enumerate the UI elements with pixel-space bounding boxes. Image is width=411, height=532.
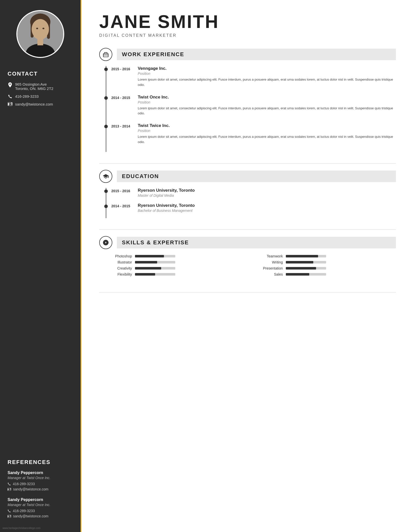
skill-teamwork: Teamwork [260,254,396,258]
contact-title: CONTACT [8,71,73,77]
divider-1 [99,163,396,163]
work-item-1: 2015 - 2016 Venngage Inc. Position Lorem… [106,66,396,95]
edu-school-1: Ryerson University, Toronto [138,188,396,193]
skill-sales-label: Sales [260,272,283,276]
skill-creativity-bar-fill [135,267,161,270]
contact-section: CONTACT 965 Ossington Ave Toronto, ON. M… [8,71,73,110]
work-position-1: Position [138,72,396,76]
edu-date-2: 2014 - 2015 [106,203,134,213]
header-section: JANE SMITH DIGITAL CONTENT MARKETER [99,13,396,38]
location-icon [8,82,13,87]
candidate-name: JANE SMITH [99,13,396,31]
skills-grid: Photoshop Illustrator Creativity [109,254,396,278]
skill-presentation: Presentation [260,266,396,270]
education-header: EDUCATION [99,170,396,183]
skill-presentation-label: Presentation [260,266,283,270]
skill-creativity: Creativity [109,266,245,270]
skill-writing-bar-fill [286,261,313,263]
skills-left-col: Photoshop Illustrator Creativity [109,254,245,278]
reference-1-email: sandy@twistonce.com [8,487,73,491]
svg-point-5 [32,19,49,39]
references-section: REFERENCES Sandy Peppercorn Manager at T… [8,459,73,524]
education-title: EDUCATION [122,173,391,180]
work-desc-1: Lorem ipsum dolor sit amet, consectetur … [138,77,396,88]
references-title: REFERENCES [8,459,73,466]
main-content: JANE SMITH DIGITAL CONTENT MARKETER WORK… [81,0,411,532]
timeline-dot-2 [104,96,108,100]
edu-content-1: Ryerson University, Toronto Master of Di… [134,188,396,197]
skill-photoshop: Photoshop [109,254,245,258]
reference-item-2: Sandy Peppercorn Manager at Twist Once I… [8,497,73,518]
skill-illustrator-label: Illustrator [109,260,132,264]
skill-sales-bar-bg [286,273,326,276]
contact-phone: 416-289-3233 [8,94,73,98]
work-experience-title-bg: WORK EXPERIENCE [117,49,396,60]
skill-flexibility: Flexibility [109,272,245,276]
work-content-2: Twist Once Inc. Position Lorem ipsum dol… [134,95,396,116]
divider-3 [99,292,396,292]
skill-creativity-bar-bg [135,267,175,270]
work-date-3: 2013 - 2014 [106,123,134,145]
skills-title-bg: SKILLS & EXPERTISE [117,237,396,248]
reference-1-name: Sandy Peppercorn [8,471,73,475]
skill-illustrator: Illustrator [109,260,245,264]
phone-text: 416-289-3233 [15,94,39,98]
edu-date-1: 2015 - 2016 [106,188,134,197]
svg-point-8 [36,28,38,29]
svg-rect-7 [38,38,43,45]
skill-teamwork-label: Teamwork [260,254,283,258]
avatar [16,10,64,58]
sidebar: CONTACT 965 Ossington Ave Toronto, ON. M… [0,0,81,532]
skills-right-col: Teamwork Writing Presentation [260,254,396,278]
edu-item-2: 2014 - 2015 Ryerson University, Toronto … [106,203,396,218]
work-icon [99,48,112,61]
reference-2-title: Manager at Twist Once Inc. [8,503,73,507]
skill-teamwork-bar-fill [286,255,318,257]
work-experience-header: WORK EXPERIENCE [99,48,396,61]
work-desc-2: Lorem ipsum dolor sit amet, consectetur … [138,106,396,116]
phone-icon [8,94,13,98]
education-title-bg: EDUCATION [117,171,396,182]
work-position-3: Position [138,129,396,133]
work-content-1: Venngage Inc. Position Lorem ipsum dolor… [134,66,396,88]
skill-photoshop-bar-bg [135,255,175,257]
skills-icon [99,236,112,249]
work-desc-3: Lorem ipsum dolor sit amet, consectetur … [138,134,396,145]
work-item-3: 2013 - 2014 Twist Twice Inc. Position Lo… [106,123,396,152]
reference-item-1: Sandy Peppercorn Manager at Twist Once I… [8,471,73,491]
skill-sales: Sales [260,272,396,276]
work-timeline: 2015 - 2016 Venngage Inc. Position Lorem… [106,66,396,152]
work-company-1: Venngage Inc. [138,66,396,71]
education-icon [99,170,112,183]
skill-presentation-bar-fill [286,267,316,270]
reference-1-phone: 416-289-3233 [8,482,73,486]
work-company-3: Twist Twice Inc. [138,123,396,128]
skill-illustrator-bar-fill [135,261,157,263]
watermark: www.heritagechristiancollege.com [3,527,41,529]
skills-section: SKILLS & EXPERTISE Photoshop Illustrator [99,236,396,278]
edu-degree-2: Bachelor of Business Management [138,209,396,213]
skill-writing: Writing [260,260,396,264]
edu-degree-1: Master of Digital Media [138,193,396,197]
edu-school-2: Ryerson University, Toronto [138,203,396,208]
reference-1-title: Manager at Twist Once Inc. [8,476,73,480]
education-section: EDUCATION 2015 - 2016 Ryerson University… [99,170,396,218]
work-date-2: 2014 - 2015 [106,95,134,116]
skill-presentation-bar-bg [286,267,326,270]
skill-flexibility-bar-bg [135,273,175,276]
work-position-2: Position [138,100,396,104]
edu-dot-2 [104,205,108,208]
address-text: 965 Ossington Ave Toronto, ON. M6G 2T2 [15,82,53,91]
contact-email: sandy@twistonce.com [8,102,73,106]
skill-teamwork-bar-bg [286,255,326,257]
work-date-1: 2015 - 2016 [106,66,134,88]
work-experience-title: WORK EXPERIENCE [122,51,391,58]
email-text: sandy@twistonce.com [15,102,53,106]
email-icon [8,102,13,106]
reference-2-phone: 416-289-3233 [8,509,73,513]
candidate-title: DIGITAL CONTENT MARKETER [99,33,396,38]
skill-writing-bar-bg [286,261,326,263]
skill-photoshop-label: Photoshop [109,254,132,258]
divider-2 [99,229,396,230]
skills-header: SKILLS & EXPERTISE [99,236,396,249]
